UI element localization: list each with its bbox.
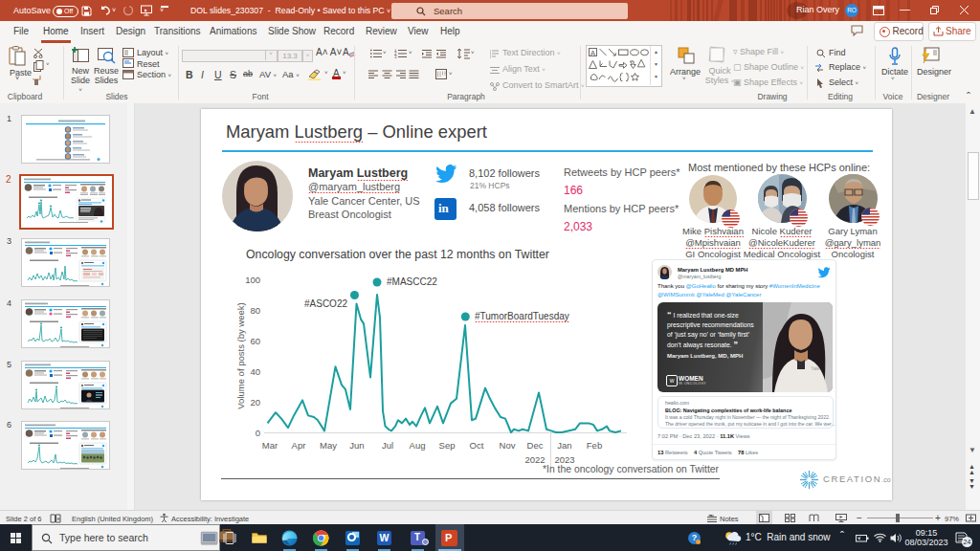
svg-text:A: A	[590, 49, 595, 57]
svg-text:3: 3	[394, 55, 397, 58]
